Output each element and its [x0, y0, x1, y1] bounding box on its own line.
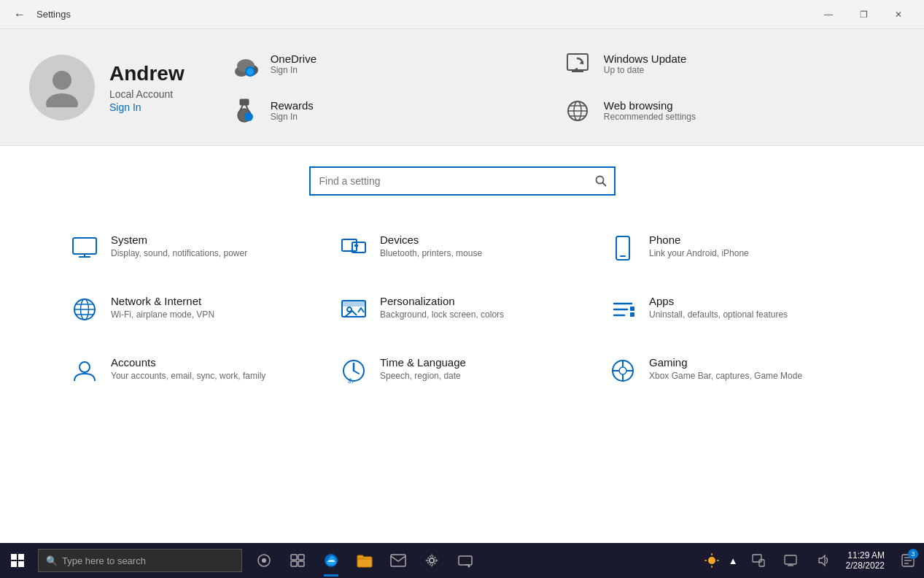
svg-rect-27	[354, 244, 358, 247]
svg-rect-68	[391, 555, 405, 566]
taskbar-explorer-icon[interactable]	[349, 543, 381, 578]
taskbar-weather-icon[interactable]	[699, 543, 724, 578]
svg-point-6	[246, 68, 253, 74]
settings-item-devices[interactable]: Devices Bluetooth, printers, mouse	[327, 217, 597, 279]
taskbar: 🔍 Type here to search	[0, 543, 924, 578]
profile-name: Andrew	[109, 62, 185, 85]
settings-item-accounts[interactable]: Accounts Your accounts, email, sync, wor…	[58, 340, 327, 401]
search-input[interactable]	[311, 169, 588, 193]
taskbar-right: ▲ 11:29 AM 2/28/202	[699, 543, 924, 578]
svg-rect-80	[753, 555, 761, 562]
settings-item-network[interactable]: Network & Internet Wi-Fi, airplane mode,…	[58, 279, 327, 340]
network-icon	[70, 295, 99, 324]
gaming-name: Gaming	[649, 356, 802, 369]
taskbar-task-view-icon[interactable]	[282, 543, 314, 578]
svg-rect-42	[630, 312, 634, 317]
taskbar-datetime[interactable]: 11:29 AM 2/28/2022	[839, 543, 892, 578]
onedrive-icon	[228, 48, 260, 80]
apps-icon	[608, 295, 637, 324]
search-icon[interactable]	[588, 168, 614, 194]
taskbar-date-display: 2/28/2022	[846, 560, 885, 571]
accounts-desc: Your accounts, email, sync, work, family	[111, 371, 265, 381]
svg-rect-55	[18, 554, 24, 560]
settings-item-personalization[interactable]: Personalization Background, lock screen,…	[327, 279, 597, 340]
taskbar-network-icon[interactable]	[449, 543, 481, 578]
svg-text:あ: あ	[348, 377, 354, 384]
svg-rect-60	[291, 555, 297, 560]
rewards-icon	[228, 95, 260, 127]
svg-rect-21	[73, 238, 96, 254]
svg-rect-67	[357, 555, 363, 558]
taskbar-search-bar[interactable]: 🔍 Type here to search	[38, 549, 242, 572]
avatar	[29, 55, 95, 120]
window-controls: — ❐ ✕	[812, 3, 915, 26]
onedrive-name: OneDrive	[271, 53, 317, 65]
svg-rect-72	[459, 556, 472, 565]
start-button[interactable]	[0, 543, 35, 578]
windows-update-sub: Up to date	[604, 65, 686, 75]
svg-rect-12	[567, 54, 588, 70]
rewards-name: Rewards	[271, 99, 314, 112]
rewards-sub: Sign In	[271, 112, 314, 122]
taskbar-notification-center[interactable]: 3	[892, 543, 924, 578]
web-browsing-icon	[562, 95, 594, 127]
svg-rect-36	[342, 301, 365, 307]
profile-info: Andrew Local Account Sign In	[109, 62, 185, 113]
gaming-icon	[608, 356, 637, 385]
web-browsing-name: Web browsing	[604, 99, 696, 112]
settings-item-phone[interactable]: Phone Link your Android, iPhone	[597, 217, 866, 279]
phone-desc: Link your Android, iPhone	[649, 248, 749, 258]
time-desc: Speech, region, date	[380, 371, 466, 381]
time-icon: あ	[339, 356, 368, 385]
gaming-desc: Xbox Game Bar, captures, Game Mode	[649, 371, 802, 381]
svg-point-37	[347, 307, 352, 312]
svg-rect-57	[18, 561, 24, 567]
profile-account-type: Local Account	[109, 88, 185, 100]
svg-rect-54	[11, 554, 17, 560]
network-name: Network & Internet	[111, 295, 214, 307]
apps-desc: Uninstall, defaults, optional features	[649, 309, 788, 320]
taskbar-volume-icon[interactable]	[807, 543, 839, 578]
svg-line-20	[602, 183, 605, 186]
settings-item-time[interactable]: あ Time & Language Speech, region, date	[327, 340, 597, 401]
taskbar-search-icon: 🔍	[46, 555, 58, 566]
minimize-button[interactable]: —	[812, 3, 845, 26]
taskbar-edge-icon[interactable]	[315, 543, 347, 578]
titlebar: ← Settings — ❐ ✕	[0, 0, 924, 29]
taskbar-monitor-icon[interactable]	[774, 543, 807, 578]
taskbar-cortana-icon[interactable]	[248, 543, 280, 578]
taskbar-mail-icon[interactable]	[382, 543, 414, 578]
svg-point-59	[262, 558, 266, 563]
personalization-name: Personalization	[380, 295, 504, 307]
svg-rect-7	[240, 99, 249, 105]
search-area	[0, 146, 924, 210]
devices-desc: Bluetooth, printers, mouse	[380, 248, 482, 258]
settings-item-system[interactable]: System Display, sound, notifications, po…	[58, 217, 327, 279]
accounts-name: Accounts	[111, 356, 265, 369]
close-button[interactable]: ✕	[882, 3, 915, 26]
rewards-service[interactable]: Rewards Sign In	[228, 95, 562, 127]
svg-point-75	[708, 557, 715, 564]
windows-update-service[interactable]: Windows Update Up to date	[562, 48, 895, 80]
svg-rect-63	[298, 561, 304, 566]
svg-point-11	[244, 112, 253, 121]
back-button[interactable]: ←	[9, 4, 31, 26]
settings-item-apps[interactable]: Apps Uninstall, defaults, optional featu…	[597, 279, 866, 340]
onedrive-service[interactable]: OneDrive Sign In	[228, 48, 562, 80]
services-col-left: OneDrive Sign In Rewards	[228, 48, 562, 127]
profile-signin-link[interactable]: Sign In	[109, 101, 185, 113]
web-browsing-service[interactable]: Web browsing Recommended settings	[562, 95, 895, 127]
taskbar-display-icon[interactable]	[742, 543, 774, 578]
search-box	[309, 166, 616, 196]
svg-rect-61	[298, 555, 304, 560]
taskbar-settings-icon[interactable]	[416, 543, 448, 578]
system-name: System	[111, 234, 247, 246]
svg-point-0	[53, 71, 71, 90]
svg-point-70	[430, 558, 434, 563]
maximize-button[interactable]: ❐	[847, 3, 880, 26]
personalization-icon	[339, 295, 368, 324]
devices-name: Devices	[380, 234, 482, 246]
taskbar-show-hidden-icons[interactable]: ▲	[724, 543, 742, 578]
time-name: Time & Language	[380, 356, 466, 369]
settings-item-gaming[interactable]: Gaming Xbox Game Bar, captures, Game Mod…	[597, 340, 866, 401]
